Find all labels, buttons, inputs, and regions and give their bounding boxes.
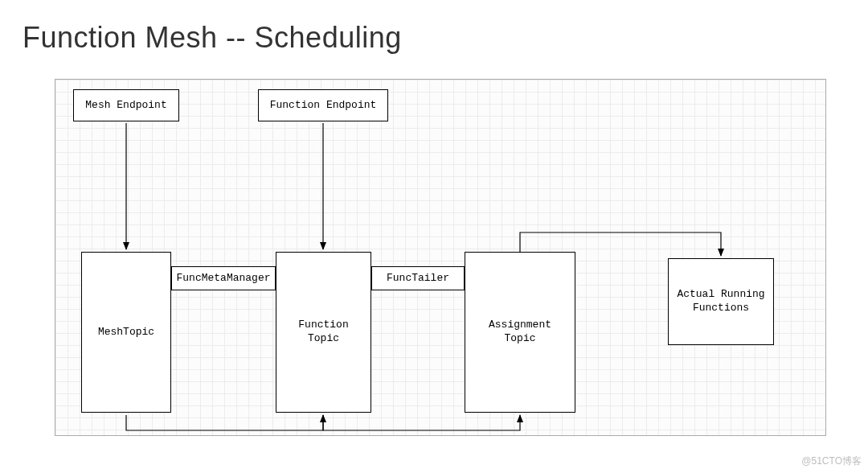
node-function-endpoint: Function Endpoint <box>258 89 388 121</box>
node-mesh-endpoint: Mesh Endpoint <box>73 89 179 121</box>
node-func-tailer: FuncTailer <box>371 266 465 290</box>
node-func-meta-manager: FuncMetaManager <box>171 266 276 290</box>
node-assignment-topic: Assignment Topic <box>465 252 575 413</box>
page-title: Function Mesh -- Scheduling <box>23 21 402 55</box>
watermark: @51CTO博客 <box>801 454 862 468</box>
node-function-topic: Function Topic <box>276 252 371 413</box>
node-actual-running-functions: Actual Running Functions <box>668 258 774 345</box>
diagram-canvas: Mesh Endpoint Function Endpoint FuncMeta… <box>55 79 826 436</box>
node-mesh-topic: MeshTopic <box>81 252 171 413</box>
